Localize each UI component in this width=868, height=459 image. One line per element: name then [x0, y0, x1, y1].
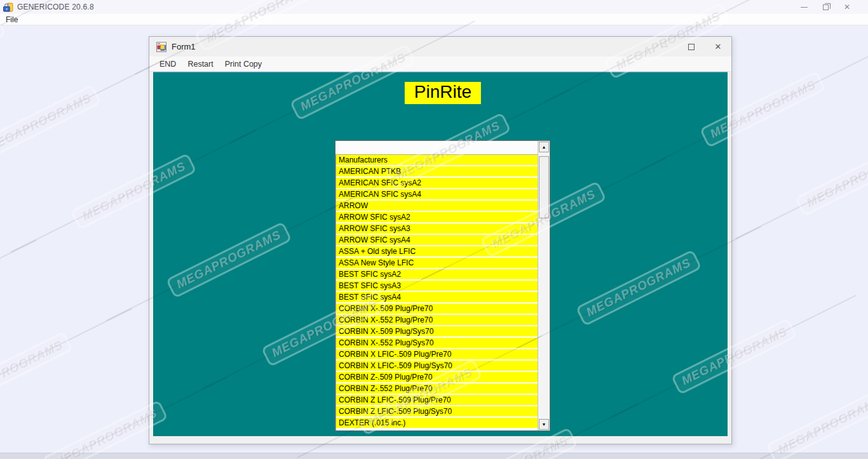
list-item[interactable]: CORBIN X LFIC-.509 Plug/Sys70	[336, 361, 538, 372]
list-item[interactable]: ARROW SFIC sysA3	[336, 223, 538, 235]
list-item[interactable]: CORBIN Z-.509 Plug/Pre70	[336, 372, 538, 383]
list-item[interactable]: AMERICAN SFIC sysA2	[336, 178, 538, 189]
app-restore-button[interactable]	[815, 0, 836, 14]
app-titlebar: GENERICODE 20.6.8 ✕	[0, 0, 868, 14]
list-item[interactable]: BEST SFIC sysA2	[336, 269, 538, 281]
manufacturer-list-rows: ManufacturersAMERICAN PTKBAMERICAN SFIC …	[336, 155, 538, 430]
list-item[interactable]: Manufacturers	[336, 155, 538, 166]
list-item[interactable]: DEXTER (.015 inc.)	[336, 418, 538, 429]
minimize-icon	[801, 7, 808, 8]
list-item[interactable]: CORBIN X-.552 Plug/Pre70	[336, 315, 538, 326]
menu-item-end[interactable]: END	[154, 57, 182, 72]
close-icon: ✕	[715, 42, 722, 51]
list-item[interactable]: AMERICAN SFIC sysA4	[336, 189, 538, 201]
scrollbar-thumb[interactable]	[539, 156, 549, 218]
list-item[interactable]: CORBIN Z LFIC-.509 Plug/Sys70	[336, 406, 538, 418]
list-item[interactable]: ASSA + Old style LFIC	[336, 246, 538, 258]
app-close-button[interactable]: ✕	[836, 0, 858, 14]
list-scrollbar[interactable]: ▲ ▼	[538, 141, 550, 430]
list-item[interactable]: ARROW	[336, 201, 538, 212]
form1-window: Form1 ✕ END Restart Print Copy PinRite M…	[149, 36, 732, 444]
list-item[interactable]: CORBIN X-.552 Plug/Sys70	[336, 338, 538, 349]
scroll-up-icon: ▲	[542, 145, 546, 149]
form1-title: Form1	[172, 42, 196, 51]
form1-client-area: PinRite ManufacturersAMERICAN PTKBAMERIC…	[153, 72, 728, 436]
list-item[interactable]: CORBIN Z LFIC-.509 Plug/Pre70	[336, 395, 538, 406]
list-item[interactable]: CORBIN X-.509 Plug/Pre70	[336, 303, 538, 315]
scroll-down-icon: ▼	[542, 422, 546, 427]
menu-item-restart[interactable]: Restart	[182, 57, 219, 72]
list-item[interactable]: ARROW SFIC sysA4	[336, 235, 538, 246]
pinrite-heading: PinRite	[405, 82, 481, 104]
form1-menubar: END Restart Print Copy	[149, 57, 731, 72]
scroll-up-button[interactable]: ▲	[539, 142, 549, 152]
winform-icon	[156, 42, 166, 52]
minimize-icon	[661, 46, 668, 47]
list-item[interactable]: AMERICAN PTKB	[336, 166, 538, 178]
list-item[interactable]: CORBIN Z-.552 Plug/Pre70	[336, 383, 538, 395]
app-minimize-button[interactable]	[793, 0, 815, 14]
list-item[interactable]: CORBIN X-.509 Plug/Sys70	[336, 326, 538, 338]
list-item[interactable]: BEST SFIC sysA3	[336, 281, 538, 292]
list-filter-field[interactable]	[336, 141, 538, 155]
app-menubar: File	[0, 14, 868, 25]
bottom-strip	[0, 453, 868, 459]
list-item[interactable]: BEST SFIC sysA4	[336, 292, 538, 303]
close-icon: ✕	[844, 3, 850, 11]
app-title: GENERICODE 20.6.8	[17, 3, 94, 11]
form1-minimize-button[interactable]	[651, 37, 678, 57]
form1-close-button[interactable]: ✕	[705, 37, 731, 57]
manufacturer-list: ManufacturersAMERICAN PTKBAMERICAN SFIC …	[335, 140, 550, 431]
form1-titlebar: Form1 ✕	[149, 37, 731, 57]
list-item[interactable]: ARROW SFIC sysA2	[336, 212, 538, 223]
scroll-down-button[interactable]: ▼	[539, 419, 549, 430]
list-item[interactable]: ASSA New Style LFIC	[336, 258, 538, 269]
app-lock-icon	[3, 2, 13, 13]
maximize-icon	[688, 44, 695, 50]
restore-icon	[823, 4, 829, 10]
menu-item-print-copy[interactable]: Print Copy	[219, 57, 268, 72]
form1-maximize-button[interactable]	[678, 37, 705, 57]
menu-item-file[interactable]: File	[0, 14, 24, 25]
list-item[interactable]: CORBIN X LFIC-.509 Plug/Pre70	[336, 349, 538, 361]
